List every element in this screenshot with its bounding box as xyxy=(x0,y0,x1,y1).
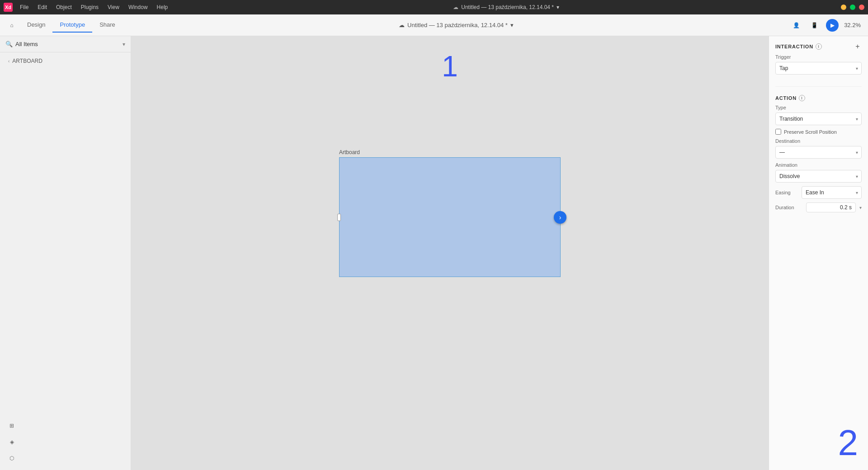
menu-plugins[interactable]: Plugins xyxy=(77,3,102,11)
interaction-info-icon[interactable]: i xyxy=(816,43,822,50)
preserve-scroll-label: Preserve Scroll Position xyxy=(784,129,837,135)
duration-label: Duration xyxy=(775,205,802,210)
header-cloud-icon: ☁ xyxy=(399,22,405,28)
artboard-container: Artboard › xyxy=(339,149,561,277)
search-icon[interactable]: 🔍 xyxy=(5,41,13,47)
close-button[interactable] xyxy=(859,5,864,10)
menu-view[interactable]: View xyxy=(104,3,123,11)
title-bar-left: Xd File Edit Object Plugins View Window … xyxy=(4,3,171,12)
animation-select-wrapper: Dissolve Slide Left Slide Right None ▾ xyxy=(775,170,862,183)
assets-icon[interactable]: ⊞ xyxy=(5,419,18,432)
interaction-section-title: INTERACTION i xyxy=(775,43,822,50)
type-select-wrapper: Transition Auto-Animate Overlay None ▾ xyxy=(775,113,862,125)
user-icon[interactable]: 👤 xyxy=(790,19,802,32)
sidebar-search: 🔍 All Items xyxy=(5,41,123,47)
type-select[interactable]: Transition Auto-Animate Overlay None xyxy=(775,113,862,125)
destination-select[interactable]: — xyxy=(775,146,862,159)
app-logo: Xd xyxy=(4,3,13,12)
menu-file[interactable]: File xyxy=(16,3,32,11)
menu-help[interactable]: Help xyxy=(153,3,172,11)
cloud-icon: ☁ xyxy=(453,4,458,10)
action-info-icon[interactable]: i xyxy=(799,95,805,101)
window-controls xyxy=(841,5,864,10)
page-number-2: 2 xyxy=(775,422,862,464)
page-number-1: 1 xyxy=(442,50,458,83)
artboard-label-text: Artboard xyxy=(339,149,561,155)
title-dropdown-icon[interactable]: ▾ xyxy=(557,4,559,10)
minimize-button[interactable] xyxy=(841,5,846,10)
sidebar-expand-icon[interactable]: ▾ xyxy=(123,41,125,47)
menu-window[interactable]: Window xyxy=(125,3,151,11)
all-items-label: All Items xyxy=(15,41,38,47)
easing-label: Easing xyxy=(775,190,798,195)
trigger-select-wrapper: Tap Drag Time Voice ▾ xyxy=(775,62,862,75)
artboard-box[interactable]: › xyxy=(339,157,561,277)
home-icon[interactable]: ⌂ xyxy=(7,21,16,30)
layers-icon[interactable]: ◈ xyxy=(5,436,18,448)
mobile-preview-icon[interactable]: 📱 xyxy=(808,19,821,32)
animation-select[interactable]: Dissolve Slide Left Slide Right None xyxy=(775,170,862,183)
trigger-label: Trigger xyxy=(775,54,862,60)
type-label: Type xyxy=(775,105,862,110)
artboard-nav-item[interactable]: ‹ ARTBOARD xyxy=(5,56,125,66)
tab-design[interactable]: Design xyxy=(20,18,52,33)
trigger-select[interactable]: Tap Drag Time Voice xyxy=(775,62,862,75)
destination-select-wrapper: — ▾ xyxy=(775,146,862,159)
easing-row: Easing Ease In Ease Out Ease In-Out Line… xyxy=(775,186,862,199)
sidebar-nav: ‹ ARTBOARD xyxy=(0,52,131,70)
duration-row: Duration 0.2 s ▾ xyxy=(775,202,862,212)
tab-prototype[interactable]: Prototype xyxy=(52,18,92,33)
left-sidebar: 🔍 All Items ▾ ‹ ARTBOARD ⊞ ◈ ⬡ xyxy=(0,36,131,470)
maximize-button[interactable] xyxy=(850,5,855,10)
chevron-left-icon: ‹ xyxy=(8,59,9,64)
interaction-section-header: INTERACTION i + xyxy=(775,42,862,51)
header-right: 👤 📱 ▶ 32.2% xyxy=(790,19,861,32)
artboard-handle-left[interactable] xyxy=(337,214,341,221)
artboard-label: ARTBOARD xyxy=(12,58,42,64)
main-layout: 🔍 All Items ▾ ‹ ARTBOARD ⊞ ◈ ⬡ 1 Artboar… xyxy=(0,36,868,470)
preserve-scroll-row: Preserve Scroll Position xyxy=(775,129,862,135)
duration-value[interactable]: 0.2 s xyxy=(806,202,856,212)
tab-share[interactable]: Share xyxy=(92,18,123,33)
menu-edit[interactable]: Edit xyxy=(34,3,51,11)
sidebar-bottom: ⊞ ◈ ⬡ xyxy=(0,70,131,470)
menu-object[interactable]: Object xyxy=(52,3,75,11)
right-panel: INTERACTION i + Trigger Tap Drag Time Vo… xyxy=(769,36,868,470)
animation-label: Animation xyxy=(775,162,862,168)
preserve-scroll-checkbox[interactable] xyxy=(775,129,781,135)
play-button[interactable]: ▶ xyxy=(826,19,839,32)
header-center: ☁ Untitled — 13 października, 12.14.04 *… xyxy=(399,22,514,28)
header-tabs: Design Prototype Share xyxy=(20,18,123,33)
artboard-arrow-right[interactable]: › xyxy=(554,211,566,224)
zoom-level: 32.2% xyxy=(844,22,861,28)
interaction-section: INTERACTION i + Trigger Tap Drag Time Vo… xyxy=(775,42,862,78)
canvas-area: 1 Artboard › xyxy=(131,36,769,470)
action-section-header: ACTION i xyxy=(775,95,862,101)
easing-select[interactable]: Ease In Ease Out Ease In-Out Linear xyxy=(802,186,862,199)
easing-select-wrapper: Ease In Ease Out Ease In-Out Linear ▾ xyxy=(802,186,862,199)
plugins-icon[interactable]: ⬡ xyxy=(5,452,18,465)
title-bar-center: ☁ Untitled — 13 października, 12.14.04 *… xyxy=(453,4,559,10)
action-section-title: ACTION i xyxy=(775,95,805,101)
duration-dropdown-icon[interactable]: ▾ xyxy=(859,205,862,210)
action-section: ACTION i Type Transition Auto-Animate Ov… xyxy=(775,95,862,212)
destination-label: Destination xyxy=(775,138,862,144)
menu-bar: File Edit Object Plugins View Window Hel… xyxy=(16,3,171,11)
add-interaction-button[interactable]: + xyxy=(854,42,862,51)
title-bar: Xd File Edit Object Plugins View Window … xyxy=(0,0,868,14)
sidebar-header: 🔍 All Items ▾ xyxy=(0,36,131,52)
app-header: ⌂ Design Prototype Share ☁ Untitled — 13… xyxy=(0,14,868,36)
header-left: ⌂ Design Prototype Share xyxy=(7,18,123,33)
divider-1 xyxy=(775,86,862,87)
header-dropdown-icon[interactable]: ▾ xyxy=(510,22,514,28)
document-title: Untitled — 13 października, 12.14.04 * xyxy=(461,4,554,10)
header-title: Untitled — 13 października, 12.14.04 * xyxy=(407,22,508,28)
